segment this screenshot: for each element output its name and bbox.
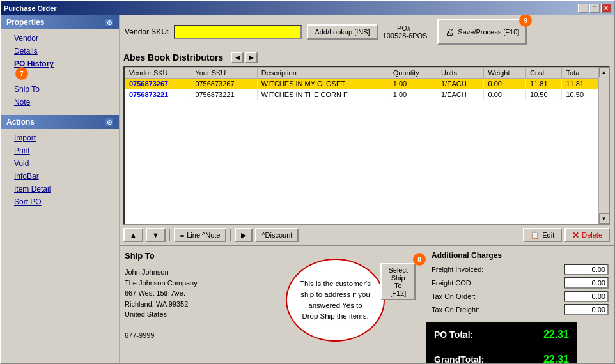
select-ship-to-button[interactable]: Select Ship To [F12] (380, 263, 416, 300)
minimize-button[interactable]: _ (578, 4, 588, 13)
arrow-button[interactable]: ▶ (235, 228, 253, 242)
sidebar-item-vendor[interactable]: Vendor (1, 32, 119, 45)
table-scroll: Vendor SKU Your SKU Description Quantity… (125, 67, 598, 224)
line-note-button[interactable]: ≡ Line ^Note (174, 228, 227, 242)
actions-collapse-btn[interactable]: ⊙ (105, 118, 114, 126)
table-container: Vendor SKU Your SKU Description Quantity… (123, 66, 610, 225)
col-description: Description (257, 68, 389, 79)
tax-order-input[interactable] (564, 291, 609, 302)
sidebar-item-void[interactable]: Void (1, 157, 119, 170)
maximize-button[interactable]: □ (589, 4, 600, 13)
move-down-button[interactable]: ▼ (146, 228, 166, 242)
edit-button[interactable]: 📋 Edit (523, 228, 562, 242)
close-button[interactable]: ✕ (601, 4, 611, 13)
ship-to-title: Ship To (125, 251, 421, 261)
freight-invoiced-input[interactable] (564, 264, 609, 275)
line-note-label: Line ^Note (187, 231, 220, 239)
cell-your-sku: 0756873221 (191, 89, 257, 100)
actions-header: Actions ⊙ (1, 115, 119, 129)
col-your-sku: Your SKU (191, 68, 257, 79)
tooltip-bubble: This is the customer's ship to address i… (286, 259, 385, 342)
distributor-name: Abes Book Distributors (123, 52, 223, 63)
sidebar-item-po-history[interactable]: PO History 7 (1, 57, 119, 83)
edit-icon: 📋 (531, 231, 540, 239)
freight-cod-label: Freight COD: (432, 279, 473, 287)
title-bar: Purchase Order _ □ ✕ (1, 1, 614, 15)
charge-row-tax-order: Tax On Order: (432, 291, 609, 302)
po-total-row: PO Total: 22.31 (426, 322, 577, 347)
move-up-button[interactable]: ▲ (123, 228, 143, 242)
ship-to-phone: 677-9999 (125, 330, 198, 341)
title-bar-buttons: _ □ ✕ (578, 4, 611, 13)
table-row[interactable]: 0756873221 0756873221 WITCHES IN THE COR… (125, 89, 598, 100)
sidebar-item-infobar[interactable]: InfoBar (1, 170, 119, 183)
table-body: 0756873267 0756873267 WITCHES IN MY CLOS… (125, 79, 598, 100)
charge-row-tax-freight: Tax On Freight: (432, 304, 609, 315)
totals-section: PO Total: 22.31 GrandTotal: 22.31 (426, 322, 577, 363)
properties-label: Properties (6, 18, 44, 27)
po-table: Vendor SKU Your SKU Description Quantity… (125, 67, 598, 100)
main-window: Purchase Order _ □ ✕ Properties ⊙ Vendor… (0, 0, 615, 364)
cell-quantity: 1.00 (389, 89, 437, 100)
sidebar-item-print[interactable]: Print (1, 144, 119, 157)
charge-row-freight-invoiced: Freight Invoiced: (432, 264, 609, 275)
freight-invoiced-label: Freight Invoiced: (432, 266, 483, 273)
additional-charges-title: Additional Charges (432, 251, 609, 260)
main-content: Properties ⊙ Vendor Details PO History 7… (1, 15, 614, 363)
col-vendor-sku: Vendor SKU (125, 68, 191, 79)
ship-to-city-state: Richland, WA 99352 (125, 299, 198, 310)
po-info: PO#: 100528-6POS (383, 24, 428, 40)
delete-label: Delete (582, 231, 602, 239)
sidebar-item-note[interactable]: Note (1, 96, 119, 109)
grand-total-label: GrandTotal: (434, 354, 484, 363)
tax-freight-input[interactable] (564, 304, 609, 315)
ship-to-section: Ship To John Johnson The Johnson Company… (120, 246, 426, 363)
delete-button[interactable]: ✕ Delete (564, 228, 610, 242)
right-arrow-icon: ▶ (241, 231, 246, 239)
delete-icon: ✕ (572, 231, 579, 240)
sidebar-item-details[interactable]: Details (1, 45, 119, 57)
sidebar-item-import[interactable]: Import (1, 132, 119, 144)
bottom-toolbar: ▲ ▼ ≡ Line ^Note ▶ ^Discount (120, 225, 614, 245)
cell-vendor-sku: 0756873221 (125, 89, 191, 100)
table-row[interactable]: 0756873267 0756873267 WITCHES IN MY CLOS… (125, 79, 598, 89)
charge-row-freight-cod: Freight COD: (432, 277, 609, 289)
nav-next-button[interactable]: ▶ (245, 52, 258, 63)
select-ship-badge: 8 (413, 253, 426, 266)
bottom-section: Ship To John Johnson The Johnson Company… (120, 245, 614, 363)
actions-label: Actions (6, 118, 35, 126)
vendor-sku-input[interactable] (174, 25, 302, 39)
sidebar-item-ship-to[interactable]: Ship To (1, 83, 119, 96)
cell-your-sku: 0756873267 (191, 79, 257, 89)
cell-total: 11.81 (562, 79, 598, 89)
po-history-badge: 7 (15, 67, 28, 80)
cell-weight: 0.00 (484, 89, 526, 100)
scroll-up-button[interactable]: ▲ (599, 67, 609, 77)
actions-items: Import Print Void InfoBar Item Detail So… (1, 130, 119, 209)
sidebar-item-item-detail[interactable]: Item Detail (1, 183, 119, 195)
cell-description: WITCHES IN THE CORN F (257, 89, 389, 100)
col-weight: Weight (484, 68, 526, 79)
right-bottom: Additional Charges Freight Invoiced: Fre… (426, 246, 614, 363)
nav-buttons: ◀ ▶ (231, 52, 258, 63)
scroll-down-button[interactable]: ▼ (599, 213, 609, 224)
cell-weight: 0.00 (484, 79, 526, 89)
discount-button[interactable]: ^Discount (255, 228, 299, 242)
properties-collapse-btn[interactable]: ⊙ (105, 18, 114, 27)
cell-units: 1/EACH (437, 79, 484, 89)
separator2 (230, 229, 231, 241)
col-units: Units (437, 68, 484, 79)
add-lookup-button[interactable]: Add/Lookup [INS] (307, 24, 377, 40)
sidebar: Properties ⊙ Vendor Details PO History 7… (1, 15, 120, 363)
col-total: Total (562, 68, 598, 79)
cell-vendor-sku: 0756873267 (125, 79, 191, 89)
col-cost: Cost (526, 68, 562, 79)
cell-total: 10.50 (562, 89, 598, 100)
sidebar-item-sort-po[interactable]: Sort PO (1, 195, 119, 208)
address-block: John Johnson The Johnson Company 667 Wes… (125, 267, 198, 341)
save-process-button[interactable]: 🖨 Save/Process [F10] (437, 19, 527, 45)
additional-charges: Additional Charges Freight Invoiced: Fre… (426, 246, 614, 322)
freight-cod-input[interactable] (564, 277, 609, 289)
nav-prev-button[interactable]: ◀ (231, 52, 244, 63)
printer-icon: 🖨 (445, 27, 454, 37)
